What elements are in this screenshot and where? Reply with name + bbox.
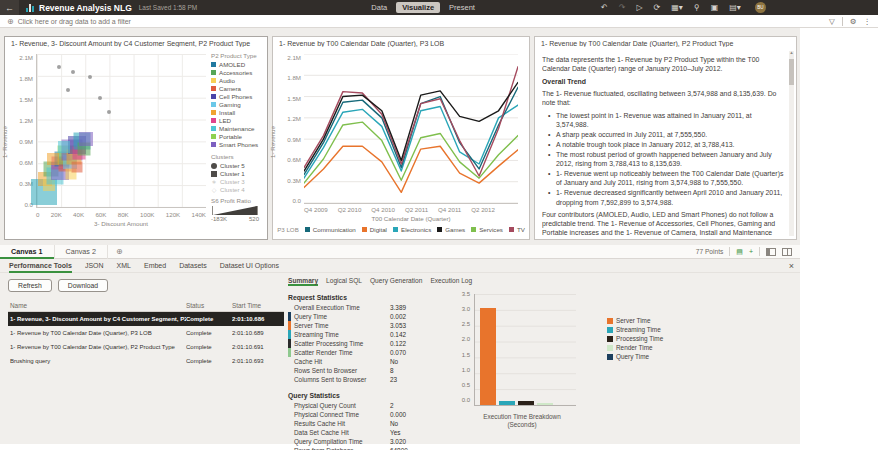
legend-item[interactable]: LED (211, 117, 266, 124)
bar-server-time[interactable] (480, 308, 496, 405)
legend-item[interactable]: Digital (362, 226, 387, 233)
tab-datasets[interactable]: Datasets (179, 259, 207, 273)
scatter-viz-panel[interactable]: 1- Revenue, 3- Discount Amount by C4 Cus… (4, 36, 268, 240)
tab-canvas-2[interactable]: Canvas 2 (55, 245, 108, 259)
legend-item[interactable]: Camera (211, 85, 266, 92)
tab-canvas-1[interactable]: Canvas 1 (0, 245, 55, 259)
tab-summary[interactable]: Summary (288, 277, 318, 286)
cluster-legend-item[interactable]: ∗Cluster 3 (211, 178, 266, 185)
legend-item[interactable]: Install (211, 109, 266, 116)
legend-item[interactable]: Server Time (607, 317, 663, 324)
redo-icon[interactable]: ↷ (619, 0, 626, 15)
y-axis-label: 1- Revenue (269, 97, 276, 187)
tab-xml[interactable]: XML (117, 259, 131, 273)
settings-gear-icon[interactable]: ⚙ (850, 17, 857, 26)
scatter-plot[interactable] (36, 54, 206, 208)
layout-split-icon[interactable] (782, 248, 792, 256)
scroll-up-icon[interactable]: ▴ (789, 49, 794, 55)
line-plot[interactable] (304, 54, 518, 204)
legend-item[interactable]: Query Time (607, 353, 663, 360)
cluster-legend-item[interactable]: Cluster 5 (211, 162, 266, 169)
legend-item[interactable]: Services (471, 226, 503, 233)
tab-present[interactable]: Present (443, 2, 481, 13)
scrollbar[interactable]: ▴ (789, 51, 794, 236)
save-icon[interactable]: ▤▾ (729, 0, 741, 15)
table-row[interactable]: 1- Revenue by T00 Calendar Date (Quarter… (8, 340, 284, 354)
tab-logical-sql[interactable]: Logical SQL (326, 277, 362, 286)
canvas-settings-icon[interactable]: ▦▾ (671, 0, 683, 15)
tab-visualize[interactable]: Visualize (396, 2, 440, 13)
tab-data[interactable]: Data (365, 2, 393, 13)
scatter-point[interactable] (47, 153, 59, 165)
export-icon[interactable]: ▣ (711, 0, 719, 15)
scatter-point[interactable] (71, 70, 75, 74)
nlg-text-panel[interactable]: 1- Revenue by T00 Calendar Date (Quarter… (534, 36, 797, 240)
scrollbar-thumb[interactable] (789, 59, 794, 85)
insights-status-icon[interactable]: ▤ (736, 248, 743, 256)
scatter-point[interactable] (66, 88, 70, 92)
legend-item[interactable]: Portable (211, 133, 266, 140)
tab-performance-tools[interactable]: Performance Tools (9, 259, 72, 273)
close-panel-icon[interactable]: × (789, 261, 794, 271)
filter-icon[interactable]: ▽ (829, 17, 835, 26)
refresh-button[interactable]: Refresh (8, 279, 52, 292)
divider[interactable] (842, 17, 843, 26)
tab-dataset-ui-options[interactable]: Dataset UI Options (220, 259, 279, 273)
scatter-point[interactable] (79, 132, 93, 146)
tab-embed[interactable]: Embed (144, 259, 166, 273)
legend-item[interactable]: Streaming Time (607, 326, 663, 333)
bar-processing-time[interactable] (518, 401, 534, 405)
stat-row: Server Time 3.053 (288, 321, 464, 330)
legend-item[interactable]: Cell Phones (211, 93, 266, 100)
run-icon[interactable]: ▷ (636, 0, 642, 15)
stat-row: Overall Execution Time 3.389 (288, 303, 464, 312)
bar-render-time[interactable] (537, 403, 553, 405)
bar-plot[interactable] (474, 294, 576, 406)
table-row[interactable]: 1- Revenue by T00 Calendar Date (Quarter… (8, 326, 284, 340)
layout-single-icon[interactable] (766, 248, 776, 256)
scatter-point[interactable] (57, 65, 61, 69)
tab-json[interactable]: JSON (85, 259, 104, 273)
avatar[interactable]: BU (755, 2, 766, 13)
table-row[interactable]: 1- Revenue, 3- Discount Amount by C4 Cus… (8, 312, 284, 326)
legend-item[interactable]: Processing Time (607, 335, 663, 342)
tab-query-generation[interactable]: Query Generation (370, 277, 422, 286)
back-button[interactable]: ← (0, 0, 19, 15)
cluster-legend-item[interactable]: Cluster 1 (211, 170, 266, 177)
scatter-point[interactable] (88, 75, 92, 79)
bar-streaming-time[interactable] (499, 401, 515, 406)
download-button[interactable]: Download (58, 279, 108, 292)
legend-swatch (607, 318, 613, 324)
legend-item[interactable]: Communication (305, 226, 356, 233)
undo-icon[interactable]: ↶ (601, 0, 608, 15)
legend-item[interactable]: Gaming (211, 101, 266, 108)
nlg-block: The 1- Revenue fluctuated, oscillating b… (542, 89, 784, 107)
legend-item[interactable]: Audio (211, 77, 266, 84)
legend-item[interactable]: Maintenance (211, 125, 266, 132)
scatter-point[interactable] (98, 96, 102, 100)
tab-execution-log[interactable]: Execution Log (430, 277, 472, 286)
stat-row: Physical Connect Time 0.000 (288, 410, 464, 419)
line-viz-panel[interactable]: 1- Revenue by T00 Calendar Date (Quarter… (272, 36, 530, 240)
legend-item[interactable]: Render Time (607, 344, 663, 351)
scatter-point[interactable] (107, 110, 111, 114)
legend-item[interactable]: Electronics (393, 226, 431, 233)
add-filter-icon[interactable]: ⊕ (7, 17, 14, 26)
add-data-icon[interactable]: + (749, 248, 753, 255)
add-canvas-icon[interactable]: ⊕ (116, 247, 123, 256)
legend-item[interactable]: Smart Phones (211, 141, 266, 148)
table-row[interactable]: Brushing query Complete 2:01:10.693 (8, 354, 284, 368)
insights-icon[interactable]: ⚲ (694, 0, 700, 15)
legend-item[interactable]: AMOLED (211, 61, 266, 68)
stat-row: Cache Hit No (288, 357, 464, 366)
size-wedge[interactable] (212, 206, 258, 215)
scatter-point[interactable] (58, 141, 70, 153)
legend-item[interactable]: Accessories (211, 69, 266, 76)
legend-item[interactable]: TV (509, 226, 525, 233)
cluster-legend-item[interactable]: ◇Cluster 4 (211, 186, 266, 193)
more-menu-icon[interactable]: ⋮ (864, 17, 872, 26)
filter-hint[interactable]: Click here or drag data to add a filter (18, 18, 131, 25)
scatter-point[interactable] (71, 161, 82, 172)
refresh-data-icon[interactable]: ⟳ (654, 0, 661, 15)
legend-item[interactable]: Games (437, 226, 465, 233)
